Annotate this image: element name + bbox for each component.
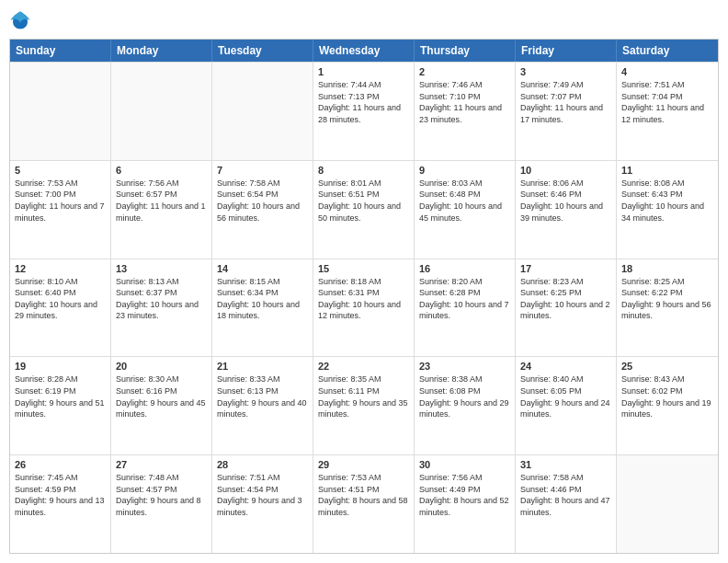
table-row: 3Sunrise: 7:49 AMSunset: 7:07 PMDaylight…	[516, 63, 617, 160]
table-row: 19Sunrise: 8:28 AMSunset: 6:19 PMDayligh…	[10, 357, 111, 454]
daylight-text: Daylight: 10 hours and 45 minutes.	[419, 201, 510, 224]
sunset-text: Sunset: 4:54 PM	[217, 484, 308, 496]
sunrise-text: Sunrise: 7:44 AM	[318, 79, 409, 91]
sunset-text: Sunset: 6:22 PM	[621, 287, 713, 299]
sunset-text: Sunset: 4:46 PM	[520, 484, 611, 496]
table-row: 20Sunrise: 8:30 AMSunset: 6:16 PMDayligh…	[111, 357, 212, 454]
day-number: 9	[419, 165, 510, 176]
calendar-body: 1Sunrise: 7:44 AMSunset: 7:13 PMDaylight…	[10, 62, 718, 553]
sunrise-text: Sunrise: 7:53 AM	[318, 472, 409, 484]
sunset-text: Sunset: 7:00 PM	[15, 189, 106, 201]
sunrise-text: Sunrise: 7:58 AM	[520, 472, 611, 484]
sunset-text: Sunset: 7:10 PM	[419, 91, 510, 103]
sunrise-text: Sunrise: 8:06 AM	[520, 178, 611, 190]
daylight-text: Daylight: 10 hours and 18 minutes.	[217, 299, 308, 322]
day-number: 24	[520, 361, 611, 372]
sunset-text: Sunset: 6:11 PM	[318, 385, 409, 397]
sunrise-text: Sunrise: 8:03 AM	[419, 178, 510, 190]
table-row: 16Sunrise: 8:20 AMSunset: 6:28 PMDayligh…	[415, 259, 516, 357]
calendar-row: 12Sunrise: 8:10 AMSunset: 6:40 PMDayligh…	[10, 259, 718, 357]
sunrise-text: Sunrise: 8:40 AM	[520, 373, 611, 385]
sunset-text: Sunset: 6:08 PM	[419, 385, 510, 397]
sunset-text: Sunset: 6:34 PM	[217, 287, 308, 299]
daylight-text: Daylight: 8 hours and 47 minutes.	[520, 495, 611, 518]
day-number: 7	[217, 165, 308, 176]
daylight-text: Daylight: 10 hours and 23 minutes.	[116, 299, 207, 322]
header-cell-thursday: Thursday	[415, 40, 516, 62]
sunrise-text: Sunrise: 8:23 AM	[520, 276, 611, 288]
table-row: 13Sunrise: 8:13 AMSunset: 6:37 PMDayligh…	[111, 259, 212, 357]
sunrise-text: Sunrise: 8:28 AM	[15, 373, 106, 385]
daylight-text: Daylight: 9 hours and 35 minutes.	[318, 397, 409, 420]
day-number: 23	[419, 361, 510, 372]
sunset-text: Sunset: 6:28 PM	[419, 287, 510, 299]
header-cell-monday: Monday	[111, 40, 212, 62]
table-row	[10, 63, 111, 160]
day-number: 27	[116, 459, 207, 470]
table-row	[617, 455, 718, 553]
day-number: 10	[520, 165, 611, 176]
table-row: 23Sunrise: 8:38 AMSunset: 6:08 PMDayligh…	[415, 357, 516, 454]
daylight-text: Daylight: 11 hours and 12 minutes.	[621, 102, 713, 125]
daylight-text: Daylight: 10 hours and 50 minutes.	[318, 201, 409, 224]
table-row: 5Sunrise: 7:53 AMSunset: 7:00 PMDaylight…	[10, 161, 111, 259]
day-number: 25	[621, 361, 713, 372]
sunrise-text: Sunrise: 8:15 AM	[217, 276, 308, 288]
day-number: 2	[419, 66, 510, 77]
daylight-text: Daylight: 9 hours and 13 minutes.	[15, 495, 106, 518]
table-row: 10Sunrise: 8:06 AMSunset: 6:46 PMDayligh…	[516, 161, 617, 259]
sunrise-text: Sunrise: 7:56 AM	[419, 472, 510, 484]
table-row: 1Sunrise: 7:44 AMSunset: 7:13 PMDaylight…	[313, 63, 415, 160]
daylight-text: Daylight: 8 hours and 52 minutes.	[419, 495, 510, 518]
daylight-text: Daylight: 11 hours and 28 minutes.	[318, 102, 409, 125]
sunset-text: Sunset: 4:59 PM	[15, 484, 106, 496]
sunrise-text: Sunrise: 8:08 AM	[621, 178, 713, 190]
sunset-text: Sunset: 6:37 PM	[116, 287, 207, 299]
sunset-text: Sunset: 6:46 PM	[520, 189, 611, 201]
sunset-text: Sunset: 6:54 PM	[217, 189, 308, 201]
daylight-text: Daylight: 11 hours and 1 minute.	[116, 201, 207, 224]
sunrise-text: Sunrise: 7:45 AM	[15, 472, 106, 484]
daylight-text: Daylight: 9 hours and 8 minutes.	[116, 495, 207, 518]
logo	[9, 9, 33, 31]
calendar: SundayMondayTuesdayWednesdayThursdayFrid…	[9, 39, 719, 554]
day-number: 17	[520, 263, 611, 274]
header-cell-tuesday: Tuesday	[212, 40, 313, 62]
header-cell-saturday: Saturday	[617, 40, 718, 62]
daylight-text: Daylight: 8 hours and 58 minutes.	[318, 495, 409, 518]
daylight-text: Daylight: 9 hours and 19 minutes.	[621, 397, 713, 420]
sunset-text: Sunset: 6:13 PM	[217, 385, 308, 397]
day-number: 30	[419, 459, 510, 470]
sunrise-text: Sunrise: 7:56 AM	[116, 178, 207, 190]
daylight-text: Daylight: 10 hours and 56 minutes.	[217, 201, 308, 224]
sunset-text: Sunset: 6:05 PM	[520, 385, 611, 397]
sunrise-text: Sunrise: 8:43 AM	[621, 373, 713, 385]
sunrise-text: Sunrise: 8:18 AM	[318, 276, 409, 288]
table-row: 28Sunrise: 7:51 AMSunset: 4:54 PMDayligh…	[212, 455, 313, 553]
sunrise-text: Sunrise: 7:58 AM	[217, 178, 308, 190]
sunrise-text: Sunrise: 7:49 AM	[520, 79, 611, 91]
sunset-text: Sunset: 4:49 PM	[419, 484, 510, 496]
day-number: 26	[15, 459, 106, 470]
day-number: 16	[419, 263, 510, 274]
day-number: 31	[520, 459, 611, 470]
table-row: 12Sunrise: 8:10 AMSunset: 6:40 PMDayligh…	[10, 259, 111, 357]
day-number: 11	[621, 165, 713, 176]
day-number: 20	[116, 361, 207, 372]
daylight-text: Daylight: 10 hours and 39 minutes.	[520, 201, 611, 224]
table-row: 8Sunrise: 8:01 AMSunset: 6:51 PMDaylight…	[313, 161, 415, 259]
sunrise-text: Sunrise: 8:30 AM	[116, 373, 207, 385]
daylight-text: Daylight: 9 hours and 29 minutes.	[419, 397, 510, 420]
sunset-text: Sunset: 6:43 PM	[621, 189, 713, 201]
daylight-text: Daylight: 11 hours and 23 minutes.	[419, 102, 510, 125]
table-row: 7Sunrise: 7:58 AMSunset: 6:54 PMDaylight…	[212, 161, 313, 259]
day-number: 13	[116, 263, 207, 274]
table-row	[111, 63, 212, 160]
day-number: 14	[217, 263, 308, 274]
day-number: 12	[15, 263, 106, 274]
calendar-row: 26Sunrise: 7:45 AMSunset: 4:59 PMDayligh…	[10, 454, 718, 553]
daylight-text: Daylight: 10 hours and 2 minutes.	[520, 299, 611, 322]
calendar-row: 5Sunrise: 7:53 AMSunset: 7:00 PMDaylight…	[10, 160, 718, 259]
day-number: 22	[318, 361, 409, 372]
day-number: 8	[318, 165, 409, 176]
